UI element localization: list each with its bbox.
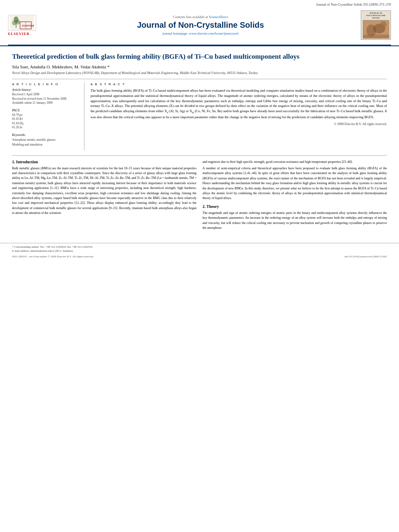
journal-header-inner: ELSEVIER ELSEVIER Contents lists availab… — [8, 8, 391, 42]
cover-image-placeholder — [363, 20, 389, 38]
corresponding-author-note: * Corresponding author. Tel.: +90 312 21… — [12, 245, 387, 253]
journal-homepage: journal homepage: www.elsevier.com/locat… — [44, 31, 357, 35]
revised-date: Received in revised form 11 November 200… — [12, 97, 80, 101]
footer-bottom: 0022-3093/$ – see front matter © 2008 El… — [12, 255, 387, 258]
elsevier-logo-image: ELSEVIER — [8, 15, 36, 31]
article-history-group: Article history: Received 1 April 2008 R… — [12, 88, 80, 105]
journal-header: Journal of Non-Crystalline Solids 355 (2… — [0, 0, 399, 46]
keywords-title: Keywords: — [12, 133, 80, 137]
body-right-column: and engineers due to their high specific… — [203, 160, 387, 232]
body-left-column: 1. Introduction Bulk metallic glasses (B… — [12, 160, 197, 232]
abstract-text: The bulk glass forming ability (BGFA) of… — [90, 88, 387, 120]
affiliation: Novel Alloys Design and Development Labo… — [12, 71, 387, 75]
keywords-group: Keywords: Amorphous metals, metallic gla… — [12, 133, 80, 147]
pacs-codes: 64.70.pe81.05.Kf61.43.Dq61.20.Ja — [12, 113, 80, 130]
sciencedirect-link[interactable]: ScienceDirect — [209, 15, 228, 19]
cover-title: JOURNAL OFNON-CRYSTALLINESOLIDS — [366, 12, 385, 19]
journal-title-center: Contents lists available at ScienceDirec… — [40, 15, 361, 35]
keyword-list: Amorphous metals, metallic glasses Model… — [12, 138, 80, 147]
journal-citation: Journal of Non-Crystalline Solids 355 (2… — [8, 2, 391, 6]
article-history-title: Article history: — [12, 88, 80, 92]
copyright-line: © 2008 Elsevier B.V. All rights reserved… — [90, 122, 387, 126]
intro-heading: 1. Introduction — [12, 160, 197, 164]
svg-point-4 — [16, 20, 20, 25]
journal-cover-image: JOURNAL OFNON-CRYSTALLINESOLIDS — [361, 10, 391, 40]
svg-point-12 — [380, 21, 387, 28]
elsevier-brand-text: ELSEVIER — [8, 32, 40, 36]
theory-heading: 2. Theory — [203, 204, 387, 209]
pacs-title: PACS: — [12, 109, 80, 112]
page-footer: * Corresponding author. Tel.: +90 312 21… — [0, 243, 399, 258]
paper-title: Theoretical prediction of bulk glass for… — [12, 52, 387, 61]
intro-right-text: and engineers due to their high specific… — [203, 160, 387, 201]
article-info-label: A R T I C L E I N F O — [12, 82, 80, 86]
pacs-group: PACS: 64.70.pe81.05.Kf61.43.Dq61.20.Ja — [12, 109, 80, 130]
theory-text: The magnitude and sign of atomic orderin… — [203, 211, 387, 231]
header-divider — [8, 45, 391, 45]
sciencedirect-line: Contents lists available at ScienceDirec… — [44, 15, 357, 19]
footer-license: 0022-3093/$ – see front matter © 2008 El… — [12, 255, 94, 258]
article-info-abstract-row: A R T I C L E I N F O Article history: R… — [12, 79, 387, 150]
paper-content: Theoretical prediction of bulk glass for… — [0, 46, 399, 238]
intro-text: Bulk metallic glasses (BMGs) are the mai… — [12, 166, 197, 216]
article-info-column: A R T I C L E I N F O Article history: R… — [12, 82, 84, 150]
abstract-label: A B S T R A C T — [90, 82, 387, 86]
svg-text:ELSEVIER: ELSEVIER — [22, 25, 34, 27]
received-date: Received 1 April 2008 — [12, 92, 80, 97]
svg-rect-11 — [363, 35, 389, 39]
abstract-column: A B S T R A C T The bulk glass forming a… — [90, 82, 387, 150]
elsevier-logo: ELSEVIER ELSEVIER — [8, 15, 40, 36]
available-date: Available online 21 January 2009 — [12, 101, 80, 105]
body-content-row: 1. Introduction Bulk metallic glasses (B… — [12, 155, 387, 232]
authors: Sila Suer, Amdulla O. Mekhrabov, M. Veda… — [12, 64, 387, 69]
svg-point-3 — [12, 21, 16, 25]
footer-doi: doi:10.1016/j.jnoncrysol.2008.12.002 — [344, 255, 387, 258]
journal-main-title: Journal of Non-Crystalline Solids — [44, 21, 357, 30]
